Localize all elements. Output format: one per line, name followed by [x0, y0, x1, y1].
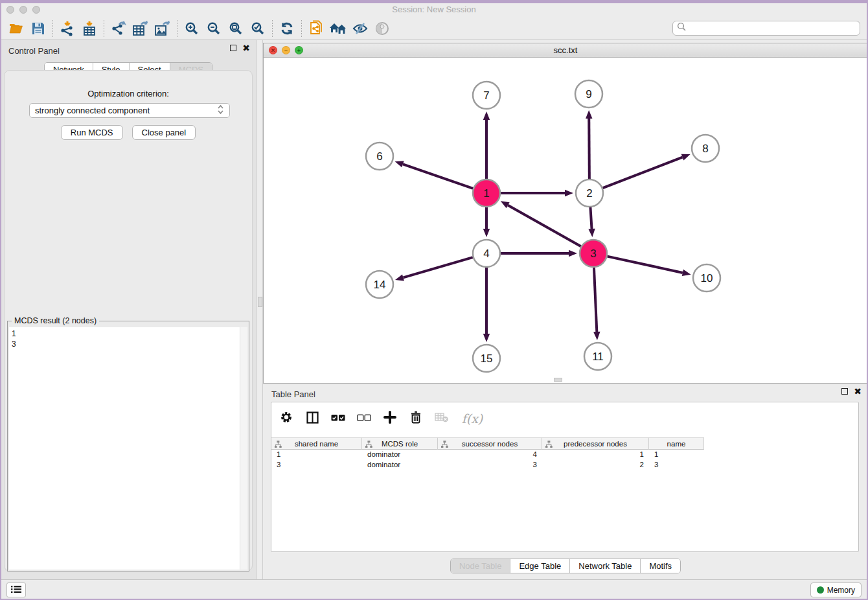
vertical-splitter[interactable]: [257, 40, 263, 579]
mcds-result-group: MCDS result (2 nodes) 1 3: [7, 321, 249, 571]
table-cell[interactable]: 2: [542, 460, 649, 470]
graph-edge-1-4[interactable]: [483, 207, 490, 237]
table-panel-tabs: Node TableEdge TableNetwork TableMotifs: [450, 559, 681, 573]
graph-node-8[interactable]: 8: [692, 135, 719, 162]
optimization-criterion-select[interactable]: strongly connected component: [29, 103, 230, 118]
select-all-button[interactable]: [330, 410, 347, 428]
network-canvas[interactable]: 7968124314101511: [264, 58, 867, 383]
close-panel-button[interactable]: Close panel: [132, 125, 196, 140]
graph-node-2[interactable]: 2: [576, 179, 603, 207]
graph-edge-4-15[interactable]: [483, 268, 490, 342]
export-table-button[interactable]: [130, 19, 152, 38]
show-columns-button[interactable]: [304, 410, 321, 428]
table-cell[interactable]: 3: [271, 460, 362, 470]
zoom-out-button[interactable]: [203, 19, 225, 38]
mcds-result-text[interactable]: 1 3: [9, 327, 240, 570]
run-mcds-button[interactable]: Run MCDS: [61, 125, 123, 140]
open-folder-icon: [8, 22, 24, 35]
graph-edge-3-10[interactable]: [607, 257, 691, 276]
zoom-fit-button[interactable]: [225, 19, 247, 38]
fx-icon: f(x): [462, 411, 483, 426]
graph-node-14[interactable]: 14: [366, 271, 393, 298]
search-input[interactable]: [687, 24, 856, 33]
column-header-name[interactable]: name: [649, 437, 704, 450]
table-cell[interactable]: 3: [649, 460, 704, 470]
table-cell[interactable]: 1: [649, 450, 704, 460]
delete-columns-button[interactable]: [407, 410, 424, 428]
memory-button[interactable]: Memory: [810, 583, 862, 597]
table-cell[interactable]: dominator: [362, 460, 438, 470]
graph-node-10[interactable]: 10: [693, 264, 720, 292]
import-network-button[interactable]: [56, 19, 78, 38]
table-cell[interactable]: dominator: [362, 450, 438, 460]
import-table-button[interactable]: [78, 19, 100, 38]
graph-node-3[interactable]: 3: [580, 240, 607, 267]
network-window-titlebar[interactable]: ✕ − + scc.txt: [264, 43, 867, 58]
node-table-container: f(x) shared nameMCDS rolesuccessor nodes…: [271, 402, 859, 552]
column-header-successor-nodes[interactable]: successor nodes: [438, 437, 542, 450]
tab-node-table[interactable]: Node Table: [451, 559, 511, 573]
graph-node-15[interactable]: 15: [473, 345, 500, 372]
close-panel-icon[interactable]: ✖: [854, 388, 862, 395]
close-panel-icon[interactable]: ✖: [242, 45, 250, 51]
column-header-MCDS-role[interactable]: MCDS role: [362, 437, 438, 450]
graph-edge-2-8[interactable]: [603, 154, 691, 188]
graph-node-9[interactable]: 9: [575, 80, 602, 108]
graph-edge-4-14[interactable]: [395, 257, 473, 281]
graph-edge-1-7[interactable]: [483, 111, 490, 179]
table-cell[interactable]: 1: [542, 450, 649, 460]
apply-layout-button[interactable]: [276, 19, 298, 38]
search-icon: [677, 22, 687, 34]
show-graphics-details-button[interactable]: [371, 19, 393, 38]
open-session-button[interactable]: [5, 19, 27, 38]
zoom-in-icon: [185, 21, 199, 36]
result-scrollbar[interactable]: [240, 327, 247, 570]
float-panel-icon[interactable]: [230, 45, 236, 51]
zoom-selected-button[interactable]: [247, 19, 269, 38]
delete-table-button[interactable]: [433, 410, 450, 428]
float-panel-icon[interactable]: [841, 388, 848, 395]
table-settings-button[interactable]: [278, 410, 295, 428]
zoom-in-button[interactable]: [181, 19, 203, 38]
graph-node-7[interactable]: 7: [473, 82, 500, 109]
splitter-handle[interactable]: [258, 297, 262, 307]
create-column-button[interactable]: [382, 410, 398, 428]
task-history-button[interactable]: [6, 583, 26, 597]
graph-edge-1-2[interactable]: [501, 190, 573, 196]
table-cell[interactable]: 4: [438, 450, 542, 460]
column-header-predecessor-nodes[interactable]: predecessor nodes: [542, 437, 649, 450]
tab-motifs[interactable]: Motifs: [641, 559, 680, 573]
graph-node-6[interactable]: 6: [366, 143, 393, 170]
deselect-all-button[interactable]: [356, 410, 372, 428]
graph-edge-4-3[interactable]: [501, 250, 577, 257]
graph-edge-3-1[interactable]: [501, 201, 581, 246]
export-network-button[interactable]: [108, 19, 130, 38]
duplicate-network-button[interactable]: [305, 19, 327, 38]
column-header-shared-name[interactable]: shared name: [271, 437, 362, 450]
graph-node-4[interactable]: 4: [473, 240, 500, 267]
unchecked-boxes-icon: [357, 413, 371, 424]
graph-node-1[interactable]: 1: [473, 179, 500, 207]
save-session-button[interactable]: [27, 19, 49, 38]
arrowhead-icon: [395, 274, 404, 281]
network-view-window: ✕ − + scc.txt 7968124314101511: [263, 43, 868, 384]
table-cell[interactable]: 1: [271, 450, 362, 460]
horizontal-splitter-handle[interactable]: [554, 378, 562, 382]
table-row[interactable]: 1dominator411: [271, 450, 858, 460]
network-overview-button[interactable]: [327, 19, 349, 38]
graph-node-11[interactable]: 11: [584, 343, 611, 370]
hide-graphics-details-button[interactable]: [349, 19, 371, 38]
graph-edge-3-11[interactable]: [593, 268, 600, 340]
tab-network-table[interactable]: Network Table: [570, 559, 641, 573]
graph-edge-1-6[interactable]: [395, 161, 474, 188]
table-cell[interactable]: 3: [438, 460, 542, 470]
export-image-button[interactable]: [152, 19, 174, 38]
toolbar-separator: [52, 20, 53, 37]
tab-edge-table[interactable]: Edge Table: [510, 559, 570, 573]
table-row[interactable]: 3dominator323: [271, 460, 858, 470]
column-header-label: name: [667, 440, 686, 448]
function-builder-button[interactable]: f(x): [459, 410, 485, 428]
graph-edge-2-9[interactable]: [586, 110, 592, 179]
graph-edge-2-3[interactable]: [588, 207, 595, 237]
table-panel: Table Panel ✖ f(x) shared nameMCDS roles…: [263, 384, 868, 579]
